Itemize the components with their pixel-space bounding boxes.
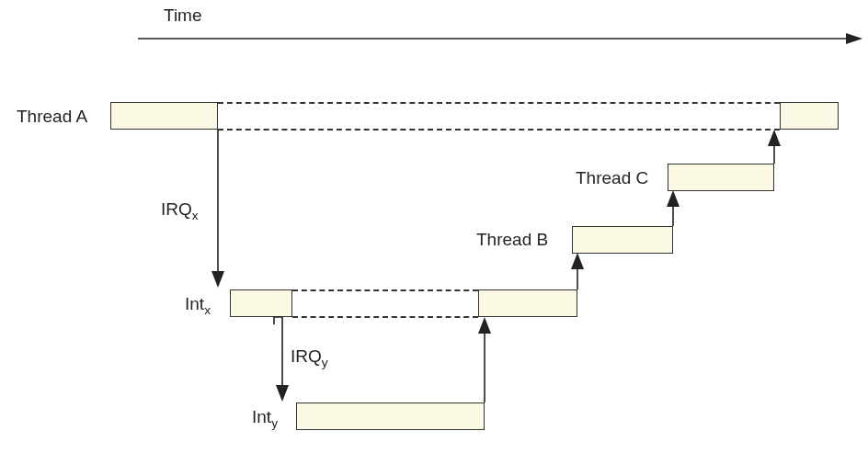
arrow-intx-to-threadB — [566, 251, 588, 291]
int-x-gap-bottom — [292, 316, 478, 318]
int-x-block-start — [230, 289, 292, 317]
thread-b-block — [572, 226, 673, 254]
thread-c-block — [668, 164, 774, 191]
svg-marker-1 — [846, 33, 862, 44]
thread-a-block-end — [780, 102, 839, 130]
int-x-label: Intx — [185, 294, 211, 317]
int-x-text: Int — [185, 294, 204, 313]
svg-marker-3 — [211, 271, 224, 288]
svg-marker-6 — [478, 317, 491, 334]
irq-x-sub: x — [192, 209, 199, 222]
time-axis-label: Time — [164, 6, 202, 26]
thread-c-label: Thread C — [576, 168, 648, 188]
int-y-sub: y — [271, 416, 278, 430]
time-axis-arrow — [138, 33, 864, 51]
int-y-label: Inty — [252, 407, 278, 430]
int-x-gap-top — [292, 289, 478, 291]
svg-marker-8 — [571, 253, 584, 269]
svg-marker-12 — [768, 130, 781, 146]
irq-y-text: IRQ — [291, 346, 322, 366]
arrow-threadA-to-intx — [207, 130, 229, 289]
thread-a-block-start — [110, 102, 218, 130]
irq-x-text: IRQ — [161, 199, 192, 219]
irq-x-label: IRQx — [161, 199, 199, 222]
svg-marker-4 — [276, 385, 289, 402]
irq-y-sub: y — [322, 356, 328, 369]
int-y-text: Int — [252, 407, 271, 426]
arrow-threadC-to-threadA — [763, 128, 785, 165]
thread-a-gap-top — [218, 102, 780, 104]
arrow-threadB-to-threadC — [662, 188, 684, 228]
svg-marker-10 — [667, 190, 680, 207]
thread-a-label: Thread A — [17, 107, 87, 127]
thread-a-gap-bottom — [218, 129, 780, 130]
arrow-intx-to-inty — [269, 317, 295, 403]
int-y-block — [296, 403, 485, 430]
int-x-block-end — [478, 289, 577, 317]
int-x-sub: x — [204, 303, 211, 317]
thread-b-label: Thread B — [476, 230, 548, 250]
irq-y-label: IRQy — [291, 346, 328, 369]
arrow-inty-to-intx — [474, 315, 496, 404]
